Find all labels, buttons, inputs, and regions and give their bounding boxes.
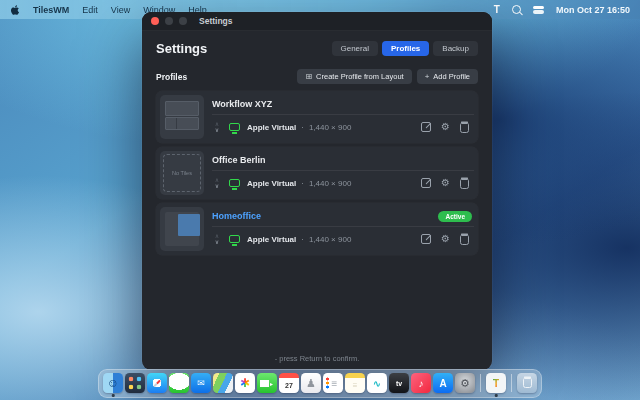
window-titlebar[interactable]: Settings [142, 12, 492, 31]
create-layout-icon: ⊞ [305, 72, 312, 81]
tileswm-tray-icon[interactable]: T [494, 4, 500, 15]
trash-icon[interactable] [460, 179, 469, 189]
menu-item-view[interactable]: View [111, 5, 130, 15]
apple-menu-icon[interactable] [10, 4, 20, 16]
chevron-down-icon[interactable]: ∨ [215, 239, 219, 245]
dock-settings-icon[interactable]: ⚙ [455, 373, 475, 393]
zoom-button[interactable] [179, 17, 187, 25]
dock: ☺✉✱▸27♟≡≡∿tv♪A⚙T [98, 369, 542, 398]
dot-separator: · [301, 123, 304, 132]
dock-tileswm-icon[interactable]: T [486, 373, 506, 393]
menu-bar-clock[interactable]: Mon Oct 27 16:50 [556, 5, 630, 15]
minimize-button[interactable] [165, 17, 173, 25]
dot-separator: · [301, 179, 304, 188]
edit-icon[interactable] [421, 234, 431, 244]
edit-icon[interactable] [421, 122, 431, 132]
dock-maps-icon[interactable] [213, 373, 233, 393]
profile-name: Workflow XYZ [212, 99, 272, 109]
dock-separator [511, 374, 512, 392]
dot-separator: · [301, 235, 304, 244]
profile-card-homeoffice[interactable]: Homeoffice Active ∧ ∨ Apple Virtual · 1,… [156, 203, 478, 255]
gear-icon[interactable]: ⚙ [441, 122, 450, 132]
tab-bar: General Profiles Backup [332, 41, 479, 56]
display-name: Apple Virtual [247, 235, 296, 244]
display-resolution: 1,440 × 900 [309, 179, 351, 188]
create-profile-label: Create Profile from Layout [316, 72, 404, 81]
add-profile-button[interactable]: + Add Profile [417, 69, 478, 84]
dock-reminders-icon[interactable]: ≡ [323, 373, 343, 393]
dock-launchpad-icon[interactable] [125, 373, 145, 393]
no-tiles-label: No Tiles [163, 154, 201, 192]
dock-contacts-icon[interactable]: ♟ [301, 373, 321, 393]
display-icon [229, 235, 240, 243]
menu-item-app[interactable]: TilesWM [33, 5, 69, 15]
menu-item-edit[interactable]: Edit [82, 5, 98, 15]
spotlight-search-icon[interactable] [512, 5, 521, 14]
profile-thumbnail-single-tile [160, 207, 204, 251]
dock-appstore-icon[interactable]: A [433, 373, 453, 393]
profile-thumbnail-empty: No Tiles [160, 151, 204, 195]
gear-icon[interactable]: ⚙ [441, 178, 450, 188]
edit-icon[interactable] [421, 178, 431, 188]
dock-facetime-icon[interactable]: ▸ [257, 373, 277, 393]
close-button[interactable] [151, 17, 159, 25]
reorder-chevrons[interactable]: ∧ ∨ [212, 177, 222, 189]
chevron-down-icon[interactable]: ∨ [215, 127, 219, 133]
dock-trash-icon[interactable] [517, 373, 537, 393]
gear-icon[interactable]: ⚙ [441, 234, 450, 244]
trash-icon[interactable] [460, 123, 469, 133]
profile-thumbnail-layout [160, 95, 204, 139]
profile-card-office-berlin[interactable]: No Tiles Office Berlin ∧ ∨ Apple Virtual [156, 147, 478, 199]
dock-messages-icon[interactable] [169, 373, 189, 393]
dock-notes-icon[interactable]: ≡ [345, 373, 365, 393]
tab-general[interactable]: General [332, 41, 378, 56]
reorder-chevrons[interactable]: ∧ ∨ [212, 233, 222, 245]
display-name: Apple Virtual [247, 123, 296, 132]
dock-tv-icon[interactable]: tv [389, 373, 409, 393]
titlebar-title: Settings [199, 16, 233, 26]
page-title: Settings [156, 41, 207, 56]
chevron-down-icon[interactable]: ∨ [215, 183, 219, 189]
running-indicator [112, 394, 115, 397]
footer-hint: - press Return to confirm. [142, 354, 492, 363]
profile-card-workflow-xyz[interactable]: Workflow XYZ ∧ ∨ Apple Virtual · 1,440 ×… [156, 91, 478, 143]
control-center-icon[interactable] [533, 6, 544, 14]
running-indicator [495, 394, 498, 397]
dock-music-icon[interactable]: ♪ [411, 373, 431, 393]
profile-name: Office Berlin [212, 155, 266, 165]
display-resolution: 1,440 × 900 [309, 123, 351, 132]
dock-separator [480, 374, 481, 392]
create-profile-from-layout-button[interactable]: ⊞ Create Profile from Layout [297, 69, 411, 84]
active-badge: Active [438, 211, 472, 222]
dock-mail-icon[interactable]: ✉ [191, 373, 211, 393]
profile-name: Homeoffice [212, 211, 261, 221]
dock-safari-icon[interactable] [147, 373, 167, 393]
display-icon [229, 179, 240, 187]
dock-photos-icon[interactable]: ✱ [235, 373, 255, 393]
dock-calendar-icon[interactable]: 27 [279, 373, 299, 393]
add-profile-label: Add Profile [433, 72, 470, 81]
tab-profiles[interactable]: Profiles [382, 41, 429, 56]
reorder-chevrons[interactable]: ∧ ∨ [212, 121, 222, 133]
desktop: TilesWM Edit View Window Help T Mon Oct … [0, 0, 640, 400]
tab-backup[interactable]: Backup [433, 41, 478, 56]
display-icon [229, 123, 240, 131]
dock-freeform-icon[interactable]: ∿ [367, 373, 387, 393]
section-title-profiles: Profiles [156, 72, 187, 82]
trash-icon[interactable] [460, 235, 469, 245]
dock-finder-icon[interactable]: ☺ [103, 373, 123, 393]
display-resolution: 1,440 × 900 [309, 235, 351, 244]
plus-icon: + [425, 72, 430, 81]
settings-window: Settings Settings General Profiles Backu… [142, 12, 492, 370]
display-name: Apple Virtual [247, 179, 296, 188]
